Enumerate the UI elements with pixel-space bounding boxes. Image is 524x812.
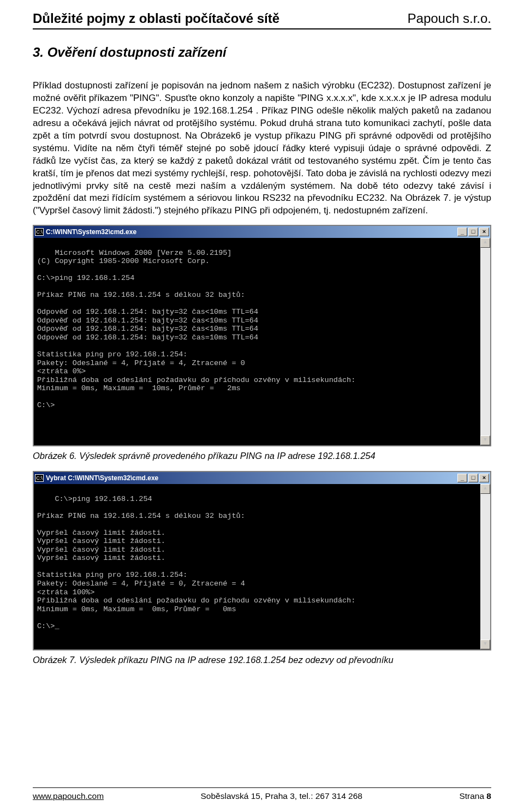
close-button[interactable]: × <box>479 474 489 482</box>
scrollbar[interactable]: ▲ ▼ <box>480 238 490 445</box>
minimize-button[interactable]: _ <box>457 474 467 482</box>
maximize-button[interactable]: □ <box>468 228 478 236</box>
scrollbar[interactable]: ▲ ▼ <box>480 484 490 649</box>
footer-link[interactable]: www.papouch.com <box>33 791 104 801</box>
maximize-button[interactable]: □ <box>468 474 478 482</box>
scroll-down-icon[interactable]: ▼ <box>480 435 490 445</box>
caption-2: Obrázek 7. Výsledek příkazu PING na IP a… <box>33 655 491 665</box>
cmd-output-2: C:\>ping 192.168.1.254 Příkaz PING na 19… <box>34 484 490 649</box>
footer: www.papouch.com Soběslavská 15, Praha 3,… <box>33 787 491 801</box>
cmd-window-1: C:\ C:\WINNT\System32\cmd.exe _ □ × Micr… <box>33 225 491 446</box>
header-right: Papouch s.r.o. <box>408 11 491 26</box>
body-paragraph: Příklad dostupnosti zařízení je popisová… <box>33 80 491 217</box>
scroll-track[interactable] <box>480 248 490 435</box>
scroll-track[interactable] <box>480 494 490 640</box>
cmd-output-1: Microsoft Windows 2000 [Verze 5.00.2195]… <box>34 238 490 445</box>
section-title: 3. Ověření dostupnosti zařízení <box>33 45 491 60</box>
cmd-icon: C:\ <box>35 474 44 482</box>
minimize-button[interactable]: _ <box>457 228 467 236</box>
footer-center: Soběslavská 15, Praha 3, tel.: 267 314 2… <box>201 791 362 801</box>
header-divider <box>33 28 491 29</box>
titlebar-2: C:\ Vybrat C:\WINNT\System32\cmd.exe _ □… <box>34 472 490 484</box>
scroll-down-icon[interactable]: ▼ <box>480 640 490 649</box>
page-number: 8 <box>486 791 491 801</box>
titlebar-1: C:\ C:\WINNT\System32\cmd.exe _ □ × <box>34 226 490 238</box>
scroll-up-icon[interactable]: ▲ <box>480 238 490 248</box>
header-left: Důležité pojmy z oblasti počítačové sítě <box>33 11 279 26</box>
cmd-icon: C:\ <box>35 228 44 236</box>
titlebar-text-1: C:\WINNT\System32\cmd.exe <box>46 228 455 236</box>
scroll-up-icon[interactable]: ▲ <box>480 484 490 494</box>
footer-divider <box>33 787 491 788</box>
cmd-text-1: Microsoft Windows 2000 [Verze 5.00.2195]… <box>37 249 355 409</box>
cmd-text-2: C:\>ping 192.168.1.254 Příkaz PING na 19… <box>37 495 355 630</box>
titlebar-text-2: Vybrat C:\WINNT\System32\cmd.exe <box>46 474 455 482</box>
page-label: Strana <box>459 791 486 801</box>
caption-1: Obrázek 6. Výsledek správně provedeného … <box>33 451 491 461</box>
footer-right: Strana 8 <box>459 791 491 801</box>
close-button[interactable]: × <box>479 228 489 236</box>
cmd-window-2: C:\ Vybrat C:\WINNT\System32\cmd.exe _ □… <box>33 471 491 650</box>
